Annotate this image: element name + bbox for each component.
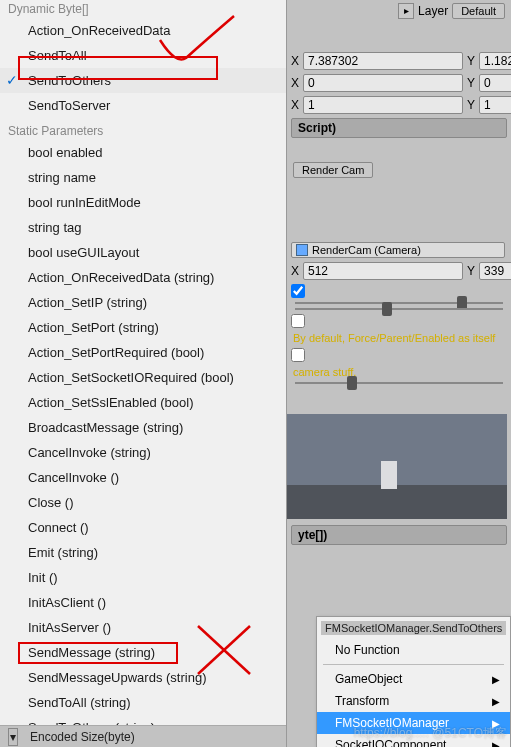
byte-header[interactable]: yte[]) [291,525,507,545]
submenu-item[interactable]: GameObject▶ [317,668,510,690]
layer-label: Layer [418,4,448,18]
camera-object-field[interactable]: RenderCam (Camera) [291,242,505,258]
list-item[interactable]: InitAsClient () [0,590,286,615]
camera-preview [287,414,507,519]
warning-text: By default, Force/Parent/Enabled as itse… [287,330,511,346]
annotation-x-icon [194,622,254,678]
script-header[interactable]: Script) [291,118,507,138]
expand-icon[interactable]: ▾ [8,728,18,746]
list-item[interactable]: CancelInvoke (string) [0,440,286,465]
list-item[interactable]: Action_SetIP (string) [0,290,286,315]
list-item-selected[interactable]: ✓ SendToOthers [0,68,286,93]
list-item[interactable]: Close () [0,490,286,515]
function-list: Action_OnReceivedData SendToAll ✓ SendTo… [0,18,286,725]
object-name: RenderCam (Camera) [312,244,421,256]
y-label: Y [467,98,475,112]
list-item[interactable]: Emit (string) [0,540,286,565]
render-cam-button[interactable]: Render Cam [293,162,373,178]
list-item[interactable]: SendToOthers (string) [0,715,286,725]
list-item[interactable]: Connect () [0,515,286,540]
list-item[interactable]: Action_OnReceivedData [0,18,286,43]
warning-text: camera stuff. [287,364,511,380]
list-item[interactable]: Init () [0,565,286,590]
list-item[interactable]: Action_SetSocketIORequired (bool) [0,365,286,390]
list-item[interactable]: string tag [0,215,286,240]
submenu-item[interactable]: Transform▶ [317,690,510,712]
inspector-panel: ▸ Layer Default X Y X Y X Y Script) Rend… [287,0,511,747]
item-label: SendToOthers [28,73,111,88]
y-label: Y [467,54,475,68]
checkbox[interactable] [291,348,305,362]
list-item[interactable]: bool useGUILayout [0,240,286,265]
dynamic-header: Dynamic Byte[] [0,0,286,18]
bottom-bar: ▾ Encoded Size(byte) [0,725,286,747]
list-item[interactable]: CancelInvoke () [0,465,286,490]
layer-arrow-icon[interactable]: ▸ [398,3,414,19]
chevron-right-icon: ▶ [492,696,500,707]
submenu-item[interactable]: No Function [317,639,510,661]
pos-y-field[interactable] [479,52,511,70]
list-item[interactable]: SendToAll (string) [0,690,286,715]
pos-x-field[interactable] [303,52,463,70]
list-item[interactable]: string name [0,165,286,190]
x-label: X [291,76,299,90]
cube [381,461,397,489]
res-x-field[interactable] [303,262,463,280]
list-item[interactable]: SendToAll [0,43,286,68]
checkbox[interactable] [291,284,305,298]
watermark: https://blog..... @51CTO博客 [354,725,507,742]
static-header: Static Parameters [0,122,286,140]
separator [323,664,504,665]
list-item[interactable]: Action_OnReceivedData (string) [0,265,286,290]
submenu-title: FMSocketIOManager.SendToOthers [321,621,506,635]
annotation-check-icon [148,10,238,70]
list-item[interactable]: SendToServer [0,93,286,118]
x-label: X [291,54,299,68]
rot-y-field[interactable] [479,74,511,92]
list-item[interactable]: bool runInEditMode [0,190,286,215]
list-item[interactable]: Action_SetPortRequired (bool) [0,340,286,365]
ground [287,485,507,519]
y-label: Y [467,264,475,278]
encoded-label: Encoded Size(byte) [30,730,135,744]
checkbox[interactable] [291,314,305,328]
list-item[interactable]: Action_SetSslEnabled (bool) [0,390,286,415]
y-label: Y [467,76,475,90]
x-label: X [291,98,299,112]
scale-x-field[interactable] [303,96,463,114]
chevron-right-icon: ▶ [492,674,500,685]
x-label: X [291,264,299,278]
scale-y-field[interactable] [479,96,511,114]
list-item[interactable]: bool enabled [0,140,286,165]
res-y-field[interactable] [479,262,511,280]
layer-dropdown[interactable]: Default [452,3,505,19]
rot-x-field[interactable] [303,74,463,92]
camera-icon [296,244,308,256]
check-icon: ✓ [6,71,18,90]
list-item[interactable]: Action_SetPort (string) [0,315,286,340]
list-item[interactable]: BroadcastMessage (string) [0,415,286,440]
